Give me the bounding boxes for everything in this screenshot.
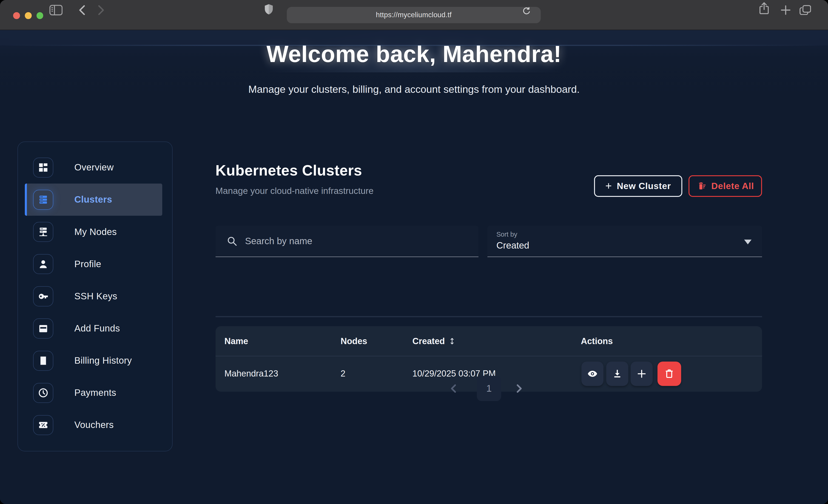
- person-icon: [33, 254, 53, 274]
- sidebar-item-label: Overview: [74, 162, 114, 173]
- new-cluster-label: New Cluster: [617, 181, 671, 191]
- page-subtitle: Manage your cloud-native infrastructure: [215, 186, 374, 196]
- delete-all-button[interactable]: Delete All: [689, 175, 762, 197]
- chevron-left-icon: [448, 383, 460, 394]
- sidebar-item-label: Vouchers: [74, 420, 114, 430]
- browser-window: https://myceliumcloud.tf Welcome back, M…: [0, 0, 828, 504]
- column-header-actions: Actions: [581, 326, 613, 356]
- search-field[interactable]: [215, 226, 479, 257]
- page-number-button[interactable]: 1: [477, 376, 501, 401]
- new-cluster-button[interactable]: + New Cluster: [594, 175, 682, 197]
- welcome-subtitle: Manage your clusters, billing, and accou…: [0, 83, 828, 95]
- sort-dropdown[interactable]: Sort by Created: [487, 226, 762, 257]
- receipt-icon: [33, 351, 53, 371]
- table-header-row: Name Nodes Created Actions: [215, 326, 762, 356]
- column-header-created[interactable]: Created: [413, 326, 456, 356]
- delete-sweep-icon: [697, 181, 707, 191]
- next-page-button[interactable]: [513, 383, 525, 396]
- previous-page-button[interactable]: [448, 383, 460, 396]
- ticket-icon: [33, 415, 53, 435]
- sidebar-item-overview[interactable]: Overview: [25, 152, 162, 183]
- sidebar-item-add-funds[interactable]: Add Funds: [25, 312, 162, 345]
- sidebar-item-my-nodes[interactable]: My Nodes: [25, 216, 162, 248]
- key-icon: [33, 286, 53, 306]
- search-input[interactable]: [244, 236, 470, 247]
- close-window-button[interactable]: [13, 12, 20, 19]
- search-icon: [227, 236, 237, 246]
- server-stack-icon: [33, 190, 53, 210]
- sidebar-item-label: Billing History: [74, 355, 132, 366]
- welcome-heading: Welcome back, Mahendra!: [0, 42, 828, 66]
- sidebar-item-profile[interactable]: Profile: [25, 248, 162, 280]
- browser-toolbar: https://myceliumcloud.tf: [0, 0, 828, 30]
- sort-arrows-icon: [448, 337, 456, 345]
- top-blur-band: [0, 30, 828, 45]
- sidebar-item-ssh-keys[interactable]: SSH Keys: [25, 280, 162, 312]
- minimize-window-button[interactable]: [25, 12, 32, 19]
- page-title: Kubernetes Clusters: [215, 162, 362, 179]
- section-divider: [215, 316, 762, 317]
- chevron-down-icon: [744, 240, 751, 244]
- page-content: Welcome back, Mahendra! Manage your clus…: [0, 30, 828, 504]
- dashboard-icon: [33, 158, 53, 177]
- sort-label: Sort by: [496, 230, 752, 238]
- sidebar-item-label: Clusters: [74, 194, 112, 205]
- url-text: https://myceliumcloud.tf: [376, 11, 452, 19]
- sidebar-item-label: SSH Keys: [74, 291, 117, 302]
- delete-all-label: Delete All: [711, 181, 754, 191]
- zoom-window-button[interactable]: [37, 12, 43, 19]
- address-bar[interactable]: https://myceliumcloud.tf: [287, 7, 541, 23]
- sort-selected-value: Created: [496, 240, 752, 251]
- chevron-right-icon: [513, 383, 525, 394]
- wallet-icon: [33, 319, 53, 338]
- pagination: 1: [0, 376, 828, 406]
- sidebar-item-clusters[interactable]: Clusters: [25, 183, 162, 216]
- sidebar-item-vouchers[interactable]: Vouchers: [25, 409, 162, 441]
- sidebar-item-label: My Nodes: [74, 227, 117, 237]
- sidebar-item-billing-history[interactable]: Billing History: [25, 345, 162, 377]
- column-header-nodes: Nodes: [341, 326, 367, 356]
- sidebar-item-label: Add Funds: [74, 323, 120, 334]
- sidebar-item-label: Profile: [74, 259, 101, 269]
- plus-icon: +: [605, 179, 612, 192]
- node-server-icon: [33, 222, 53, 242]
- column-header-name: Name: [224, 326, 248, 356]
